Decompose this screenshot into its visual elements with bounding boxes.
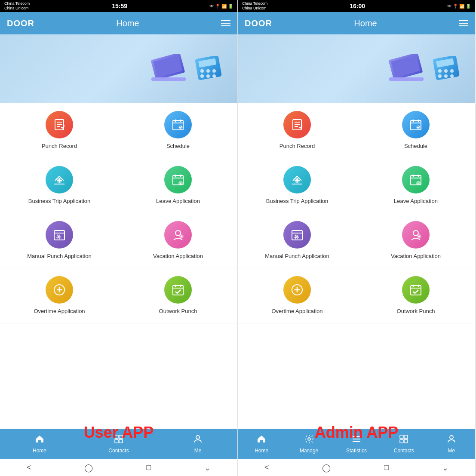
laptop-icon-left [151, 54, 190, 84]
svg-point-8 [200, 74, 204, 78]
schedule-icon-right [402, 111, 430, 138]
business-trip-label-right: Business Trip Application [266, 198, 329, 205]
punch-record-icon-left [46, 111, 73, 138]
menu-row-2-left: Business Trip Application + Leave Applic… [0, 158, 237, 213]
svg-point-59 [450, 74, 454, 78]
svg-point-9 [206, 74, 210, 78]
carrier1-left: China Telecom [4, 1, 30, 6]
punch-record-icon-right [283, 111, 311, 138]
carrier2-right: China Unicom [242, 6, 267, 11]
vacation-item-left[interactable]: Vacation Application [119, 213, 237, 268]
time-right: 16:00 [350, 3, 365, 9]
overtime-item-right[interactable]: Overtime Application [238, 268, 356, 323]
vacation-label-right: Vacation Application [391, 253, 441, 260]
hamburger-line1-r [459, 20, 468, 21]
back-btn-left[interactable]: < [27, 463, 31, 472]
carrier1-right: China Telecom [242, 1, 267, 6]
menu-row-4-right: Overtime Application Outwork Punch [238, 268, 475, 323]
svg-point-7 [212, 69, 216, 73]
outwork-item-right[interactable]: Outwork Punch [356, 268, 475, 323]
app-logo-left: DOOR [7, 18, 34, 28]
punch-record-label-right: Punch Record [279, 143, 315, 150]
punch-record-item-right[interactable]: Punch Record [238, 103, 356, 158]
leave-item-right[interactable]: + Leave Application [356, 158, 475, 213]
outwork-item-left[interactable]: Outwork Punch [119, 268, 237, 323]
vacation-item-right[interactable]: Vacation Application [356, 213, 475, 268]
menu-button-right[interactable] [459, 20, 468, 26]
outwork-label-right: Outwork Punch [397, 308, 435, 315]
vacation-icon-left [164, 221, 192, 249]
manual-punch-item-right[interactable]: 补 Manual Punch Application [238, 213, 356, 268]
menu-row-1-left: Punch Record Schedule [0, 103, 237, 158]
menu-button-left[interactable] [221, 20, 230, 26]
down-btn-right[interactable]: ⌄ [442, 463, 448, 473]
app-bar-right: DOOR Home [238, 12, 475, 34]
vacation-label-left: Vacation Application [153, 253, 203, 260]
down-btn-left[interactable]: ⌄ [204, 463, 211, 473]
square-btn-right[interactable]: □ [384, 463, 389, 472]
calculator-icon-left [194, 56, 224, 82]
svg-rect-40 [173, 286, 183, 295]
leave-item-left[interactable]: + Leave Application [119, 158, 237, 213]
home-btn-right[interactable]: ◯ [322, 463, 331, 473]
app-title-right: Home [354, 18, 377, 28]
schedule-label-right: Schedule [404, 143, 427, 150]
menu-row-3-right: 补 Manual Punch Application Vacation Appl… [238, 213, 475, 268]
overtime-icon-left [46, 276, 73, 304]
home-btn-left[interactable]: ◯ [84, 463, 93, 473]
left-phone-panel: China Telecom China Unicom 15:59 👁📍📶🔋 DO… [0, 0, 238, 476]
nav-home-label-right: Home [255, 448, 268, 454]
svg-point-54 [438, 69, 442, 73]
calculator-icon-right [432, 56, 462, 82]
overtime-icon-right [283, 276, 311, 304]
svg-text:补: 补 [294, 234, 299, 240]
square-btn-left[interactable]: □ [146, 463, 151, 472]
overtime-item-left[interactable]: Overtime Application [0, 268, 119, 323]
hamburger-line3-r [459, 25, 468, 26]
banner-illustration-right [389, 54, 462, 84]
schedule-item-left[interactable]: Schedule [119, 103, 237, 158]
menu-grid-right: Punch Record Schedule Business Trip Appl… [238, 103, 475, 429]
app-logo-right: DOOR [245, 18, 272, 28]
banner-right [238, 34, 475, 103]
manual-punch-label-right: Manual Punch Application [265, 253, 329, 260]
svg-text:补: 补 [56, 234, 61, 240]
menu-row-3-left: 补 Manual Punch Application Vacation Appl… [0, 213, 237, 268]
system-nav-left: < ◯ □ ⌄ [0, 459, 237, 476]
svg-point-55 [444, 69, 448, 73]
vacation-icon-right [402, 221, 430, 249]
schedule-item-right[interactable]: Schedule [356, 103, 475, 158]
time-left: 15:59 [112, 3, 127, 9]
business-trip-icon-right [283, 166, 311, 193]
svg-point-5 [200, 69, 204, 73]
schedule-label-left: Schedule [166, 143, 190, 150]
menu-grid-left: Punch Record Schedule Business Trip Appl… [0, 103, 237, 429]
punch-record-label-left: Punch Record [42, 143, 77, 150]
business-trip-item-right[interactable]: Business Trip Application [238, 158, 356, 213]
manual-punch-icon-right: 补 [283, 221, 311, 249]
nav-contacts-label-left: Contacts [108, 448, 129, 454]
menu-row-4-left: Overtime Application Outwork Punch [0, 268, 237, 323]
business-trip-item-left[interactable]: Business Trip Application [0, 158, 119, 213]
hamburger-line1 [221, 20, 230, 21]
leave-icon-left: + [164, 166, 192, 193]
nav-manage-label-right: Manage [300, 448, 318, 454]
app-bar-left: DOOR Home [0, 12, 237, 34]
status-bar-left: China Telecom China Unicom 15:59 👁📍📶🔋 [0, 0, 237, 12]
app-label-left: User APP [0, 424, 237, 442]
leave-label-left: Leave Application [156, 198, 200, 205]
back-btn-right[interactable]: < [264, 463, 269, 472]
outwork-label-left: Outwork Punch [159, 308, 197, 315]
right-phone-panel: China Telecom China Unicom 16:00 👁📍📶🔋 DO… [238, 0, 476, 476]
svg-rect-51 [389, 77, 424, 81]
nav-home-label-left: Home [33, 448, 46, 454]
punch-record-item-left[interactable]: Punch Record [0, 103, 119, 158]
carrier2-left: China Unicom [4, 6, 30, 11]
hamburger-line2-r [459, 23, 468, 24]
leave-label-right: Leave Application [394, 198, 438, 205]
banner-left [0, 34, 237, 103]
svg-point-6 [206, 69, 210, 73]
manual-punch-item-left[interactable]: 补 Manual Punch Application [0, 213, 119, 268]
business-trip-icon-left [46, 166, 73, 193]
status-icons-right: 👁📍📶🔋 [447, 4, 471, 9]
